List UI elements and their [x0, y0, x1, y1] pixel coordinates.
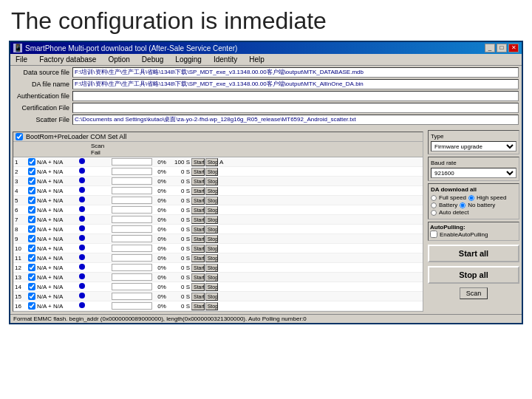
port-checkbox[interactable]: [28, 245, 35, 252]
port-stop-button[interactable]: Stop: [205, 302, 218, 310]
port-checkbox[interactable]: [28, 273, 35, 281]
page-title: The configuration is inmediate: [0, 0, 532, 41]
port-buttons: Start Stop: [191, 168, 218, 176]
port-checkbox[interactable]: [28, 168, 35, 175]
status-bar: Format EMMC flash. begin_addr (0x0000000…: [10, 314, 522, 323]
port-start-button[interactable]: Start: [191, 177, 205, 185]
progress-bar-container: [112, 283, 152, 290]
port-checkbox[interactable]: [28, 264, 35, 271]
port-start-button[interactable]: Start: [191, 158, 205, 166]
menu-file[interactable]: File: [13, 55, 30, 64]
scatter-input[interactable]: C:\Documents and Settings\kutao\桌面\za-yo…: [72, 115, 519, 125]
window-title: SmartPhone Multi-port download tool (Aft…: [25, 44, 237, 52]
cert-input[interactable]: [72, 103, 519, 113]
port-start-button[interactable]: Start: [191, 225, 205, 233]
battery-label: Battery: [439, 202, 457, 208]
port-checkbox[interactable]: [28, 216, 35, 223]
data-source-input[interactable]: F:\培训\资料\生产\生产工具\省略\1348\下载\SP_MDT_exe_v…: [72, 67, 519, 78]
port-stop-button[interactable]: Stop: [205, 254, 218, 262]
port-stop-button[interactable]: Stop: [205, 283, 218, 291]
port-stop-button[interactable]: Stop: [205, 273, 218, 282]
port-name: N/A + N/A: [37, 168, 78, 175]
start-all-button[interactable]: Start all: [428, 245, 519, 262]
da-file-label: DA file name: [13, 81, 72, 88]
auth-input[interactable]: [72, 91, 519, 101]
maximize-button[interactable]: □: [497, 44, 507, 52]
menu-logging[interactable]: Logging: [173, 55, 204, 64]
port-stop-button[interactable]: Stop: [205, 293, 218, 301]
full-speed-radio[interactable]: [431, 195, 437, 201]
type-select[interactable]: Firmware upgrade: [431, 141, 516, 151]
auth-label: Authentication file: [13, 92, 72, 100]
port-checkbox[interactable]: [28, 254, 35, 262]
stop-all-button[interactable]: Stop all: [428, 266, 519, 284]
port-rows-container: 1 N/A + N/A 0% 100 S Start Stop A 2 N/A …: [13, 157, 423, 311]
enable-autopulling-label: EnableAutoPulling: [440, 231, 488, 238]
port-checkbox[interactable]: [28, 158, 35, 166]
da-group: DA download all Full speed High speed Ba…: [428, 183, 519, 219]
no-battery-radio[interactable]: [460, 202, 466, 208]
port-stop-button[interactable]: Stop: [205, 177, 218, 185]
port-checkbox[interactable]: [28, 225, 35, 233]
port-stop-button[interactable]: Stop: [205, 235, 218, 243]
port-stop-button[interactable]: Stop: [205, 168, 218, 176]
port-buttons: Start Stop: [191, 293, 218, 301]
port-start-button[interactable]: Start: [191, 187, 205, 195]
port-start-button[interactable]: Start: [191, 302, 205, 310]
port-start-button[interactable]: Start: [191, 254, 205, 262]
port-start-button[interactable]: Start: [191, 283, 205, 291]
high-speed-radio[interactable]: [468, 195, 474, 201]
auto-detect-radio[interactable]: [431, 210, 437, 216]
port-num: 10: [15, 245, 27, 252]
menu-factory[interactable]: Factory database: [37, 55, 98, 64]
table-row: 10 N/A + N/A 0% 0 S Start Stop: [13, 244, 423, 253]
port-stop-button[interactable]: Stop: [205, 216, 218, 224]
menu-identity[interactable]: Identity: [211, 55, 239, 64]
close-button[interactable]: ✕: [508, 44, 519, 52]
port-dot: [79, 235, 86, 242]
minimize-button[interactable]: _: [485, 44, 495, 52]
port-checkbox[interactable]: [28, 206, 35, 214]
port-start-button[interactable]: Start: [191, 206, 205, 214]
port-checkbox[interactable]: [28, 177, 35, 185]
autopulling-label: AutoPulling:: [430, 224, 517, 231]
baud-select[interactable]: 921600: [431, 168, 516, 178]
da-label: DA download all: [431, 186, 516, 193]
scan-button[interactable]: Scan: [460, 287, 488, 299]
table-row: 12 N/A + N/A 0% 0 S Start Stop: [13, 263, 423, 273]
battery-radio[interactable]: [431, 202, 437, 208]
port-num: 12: [15, 265, 27, 271]
port-start-button[interactable]: Start: [191, 264, 205, 272]
menu-option[interactable]: Option: [106, 55, 132, 64]
port-checkbox[interactable]: [28, 235, 35, 242]
bootrom-checkbox[interactable]: [16, 133, 23, 140]
port-start-button[interactable]: Start: [191, 293, 205, 301]
menu-debug[interactable]: Debug: [140, 55, 166, 64]
port-start-button[interactable]: Start: [191, 235, 205, 243]
port-checkbox[interactable]: [28, 197, 35, 204]
port-stop-button[interactable]: Stop: [205, 264, 218, 272]
port-time: 0 S: [171, 245, 190, 252]
port-start-button[interactable]: Start: [191, 197, 205, 205]
da-file-input[interactable]: F:\培训\资料\生产\生产工具\省略\1348\下载\SP_MDT_exe_v…: [72, 79, 519, 89]
port-start-button[interactable]: Start: [191, 216, 205, 224]
enable-autopulling-checkbox[interactable]: [430, 231, 437, 238]
port-stop-button[interactable]: Stop: [205, 197, 218, 205]
port-checkbox[interactable]: [28, 283, 35, 290]
port-stop-button[interactable]: Stop: [205, 245, 218, 253]
port-checkbox[interactable]: [28, 187, 35, 194]
port-name: N/A + N/A: [37, 284, 78, 290]
port-start-button[interactable]: Start: [191, 168, 205, 176]
port-dot: [79, 177, 86, 185]
port-dot: [79, 187, 86, 194]
port-start-button[interactable]: Start: [191, 245, 205, 253]
port-stop-button[interactable]: Stop: [205, 206, 218, 214]
port-checkbox[interactable]: [28, 302, 35, 310]
port-num: 11: [15, 255, 27, 262]
menu-help[interactable]: Help: [247, 55, 267, 64]
port-checkbox[interactable]: [28, 293, 35, 300]
port-stop-button[interactable]: Stop: [205, 158, 218, 166]
port-stop-button[interactable]: Stop: [205, 225, 218, 233]
port-stop-button[interactable]: Stop: [205, 187, 218, 195]
port-start-button[interactable]: Start: [191, 273, 205, 282]
